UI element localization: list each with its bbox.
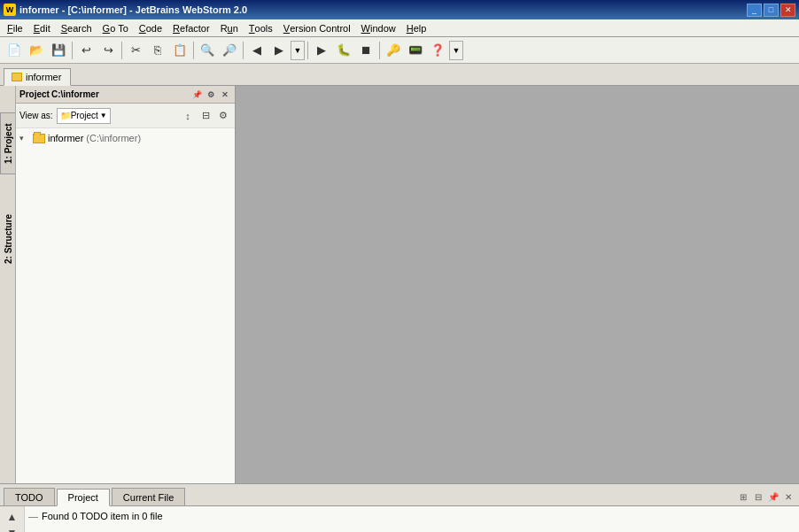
dropdown-arrow: ▼ [100, 112, 107, 120]
project-vertical-tab[interactable]: 1: Project [0, 112, 16, 174]
cut-button[interactable]: ✂ [125, 40, 146, 61]
tree-item-name: informer [48, 133, 83, 143]
project-toolbar: View as: 📁 Project ▼ ↕ ⊟ ⚙ [16, 104, 235, 128]
minimize-button[interactable]: _ [747, 4, 762, 17]
scroll-from-source-btn[interactable]: ↕ [180, 108, 196, 124]
maximize-button[interactable]: □ [764, 4, 779, 17]
panel-close-btn[interactable]: ✕ [219, 89, 231, 101]
bottom-content: ▲ ▼ ⊞ ⊟ ? + ✏ ≫ — Found 0 TODO item in 0… [0, 506, 799, 532]
view-as-label: View as: [19, 111, 53, 120]
open-button[interactable]: 📂 [26, 40, 47, 61]
toolbar: 📄 📂 💾 ↩ ↪ ✂ ⎘ 📋 🔍 🔎 ◀ ▶ ▼ ▶ 🐛 ⏹ 🔑 📟 ❓ ▼ [0, 37, 799, 64]
undo-button[interactable]: ↩ [75, 40, 97, 61]
nav-dropdown[interactable]: ▼ [291, 41, 305, 60]
view-dropdown[interactable]: 📁 Project ▼ [57, 108, 111, 124]
bottom-left-toolbar: ▲ ▼ ⊞ ⊟ ? + ✏ ≫ [0, 506, 25, 532]
title-bar-left: W informer - [C:\informer] - JetBrains W… [4, 4, 247, 16]
run-button[interactable]: ▶ [311, 40, 332, 61]
project-panel: Project C:\informer 📌 ⚙ ✕ View as: 📁 Pro… [16, 86, 236, 483]
copy-button[interactable]: ⎘ [147, 40, 168, 61]
move-down-btn[interactable]: ▼ [3, 526, 22, 532]
tab-informer[interactable]: informer [4, 68, 71, 86]
title-bar-text: informer - [C:\informer] - JetBrains Web… [19, 4, 247, 15]
terminal-button[interactable]: 📟 [405, 40, 426, 61]
menu-code[interactable]: Code [134, 20, 167, 36]
title-bar: W informer - [C:\informer] - JetBrains W… [0, 0, 799, 19]
tab-project[interactable]: Project [57, 489, 110, 506]
redo-button[interactable]: ↪ [97, 40, 119, 61]
project-panel-header: Project C:\informer 📌 ⚙ ✕ [16, 86, 235, 104]
separator-1 [72, 42, 73, 59]
pin-panel-btn[interactable]: 📌 [766, 490, 780, 504]
replace-btn[interactable]: 🔎 [219, 40, 240, 61]
expand-arrow: ▾ [19, 134, 30, 143]
menu-file[interactable]: File [2, 20, 28, 36]
menu-help[interactable]: Help [401, 20, 432, 36]
menu-refactor[interactable]: Refactor [167, 20, 215, 36]
folder-icon-informer [33, 134, 45, 143]
menu-bar: File Edit Search Go To Code Refactor Run… [0, 19, 799, 37]
panel-title: Project [19, 89, 50, 99]
tab-todo[interactable]: TODO [4, 488, 55, 505]
todo-dash: — [28, 511, 38, 521]
paste-button[interactable]: 📋 [169, 40, 190, 61]
bottom-panel: TODO Project Current File ⊞ ⊟ 📌 ✕ ▲ ▼ ⊞ … [0, 483, 799, 532]
tab-label: informer [26, 72, 61, 82]
menu-version-control[interactable]: Version Control [278, 20, 356, 36]
bottom-tab-bar: TODO Project Current File ⊞ ⊟ 📌 ✕ [0, 484, 799, 506]
menu-search[interactable]: Search [56, 20, 97, 36]
bottom-tabs-left: TODO Project Current File [4, 488, 187, 505]
separator-6 [379, 42, 380, 59]
tree-item-path: (C:\informer) [86, 133, 141, 143]
tab-bar: informer [0, 64, 799, 85]
structure-vertical-tab[interactable]: 2: Structure [0, 210, 16, 267]
tree-item-informer[interactable]: ▾ informer (C:\informer) [18, 132, 233, 144]
settings-btn[interactable]: ⚙ [215, 108, 231, 124]
nav-back[interactable]: ◀ [246, 40, 268, 61]
separator-2 [121, 42, 122, 59]
panel-path: C:\informer [51, 89, 99, 99]
menu-window[interactable]: Window [356, 20, 401, 36]
window-controls[interactable]: _ □ ✕ [747, 4, 795, 17]
debug-button[interactable]: 🐛 [333, 40, 354, 61]
tab-current-file[interactable]: Current File [112, 488, 185, 505]
panel-pin-btn[interactable]: 📌 [190, 89, 203, 101]
close-panel-btn[interactable]: ✕ [781, 490, 795, 504]
save-button[interactable]: 💾 [48, 40, 69, 61]
separator-3 [193, 42, 194, 59]
menu-edit[interactable]: Edit [28, 20, 56, 36]
left-tab-strip: 1: Project 2: Structure [0, 86, 16, 483]
menu-goto[interactable]: Go To [97, 20, 134, 36]
main-area: 1: Project 2: Structure Project C:\infor… [0, 85, 799, 483]
restore-panel-btn[interactable]: ⊟ [751, 490, 765, 504]
new-button[interactable]: 📄 [4, 40, 25, 61]
menu-tools[interactable]: Tools [244, 20, 278, 36]
collapse-btn[interactable]: ⊟ [198, 108, 213, 124]
editor-area[interactable] [236, 86, 799, 483]
app-icon: W [4, 4, 16, 16]
todo-text: Found 0 TODO item in 0 file [42, 511, 163, 521]
panel-settings-btn[interactable]: ⚙ [205, 89, 217, 101]
help-btn[interactable]: ❓ [427, 40, 448, 61]
nav-fwd[interactable]: ▶ [268, 40, 290, 61]
expand-panel-btn[interactable]: ⊞ [736, 490, 750, 504]
close-button[interactable]: ✕ [780, 4, 795, 17]
separator-4 [243, 42, 244, 59]
stop-button[interactable]: ⏹ [355, 40, 376, 61]
bottom-panel-controls: ⊞ ⊟ 📌 ✕ [736, 490, 795, 505]
folder-icon [12, 73, 22, 81]
project-tree: ▾ informer (C:\informer) [16, 128, 235, 483]
separator-5 [307, 42, 308, 59]
search-btn[interactable]: 🔍 [197, 40, 218, 61]
move-up-btn[interactable]: ▲ [3, 510, 22, 524]
more-dropdown[interactable]: ▼ [449, 41, 463, 60]
bottom-main-content: — Found 0 TODO item in 0 file [25, 506, 799, 532]
todo-message-row: — Found 0 TODO item in 0 file [28, 510, 795, 522]
vcs-button[interactable]: 🔑 [383, 40, 404, 61]
menu-run[interactable]: Run [215, 20, 244, 36]
